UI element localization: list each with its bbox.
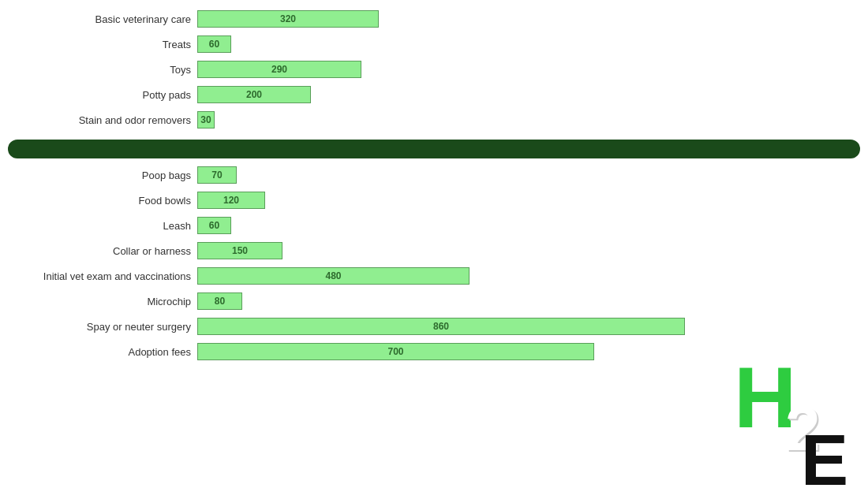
bar-wrapper: 320 bbox=[197, 10, 868, 28]
bar-wrapper: 60 bbox=[197, 35, 868, 53]
bar-row: Microchip80 bbox=[0, 290, 868, 312]
bar-wrapper: 150 bbox=[197, 242, 868, 259]
bar: 70 bbox=[197, 166, 237, 184]
bar-label: Potty pads bbox=[0, 89, 197, 101]
bar: 290 bbox=[197, 61, 361, 78]
bar-row: Stain and odor removers30 bbox=[0, 109, 868, 131]
bar-label: Leash bbox=[0, 220, 197, 232]
bar: 860 bbox=[197, 318, 685, 335]
bar-wrapper: 70 bbox=[197, 166, 868, 184]
bar-row: Potty pads200 bbox=[0, 84, 868, 106]
banner-title bbox=[8, 140, 860, 158]
bar-label: Basic veterinary care bbox=[0, 13, 197, 25]
bar-label: Microchip bbox=[0, 296, 197, 307]
bar: 60 bbox=[197, 217, 231, 234]
bar: 30 bbox=[197, 111, 215, 129]
bar-wrapper: 200 bbox=[197, 86, 868, 103]
bar-row: Initial vet exam and vaccinations480 bbox=[0, 265, 868, 287]
bar-wrapper: 80 bbox=[197, 292, 868, 310]
bar: 60 bbox=[197, 35, 231, 53]
bar-label: Spay or neuter surgery bbox=[0, 321, 197, 333]
bar-wrapper: 30 bbox=[197, 111, 868, 129]
bar-row: Food bowls120 bbox=[0, 189, 868, 211]
bar-label: Poop bags bbox=[0, 169, 197, 181]
bar-wrapper: 480 bbox=[197, 267, 868, 285]
bar-label: Toys bbox=[0, 64, 197, 76]
bar-wrapper: 290 bbox=[197, 61, 868, 78]
bar-label: Treats bbox=[0, 39, 197, 50]
bar-wrapper: 860 bbox=[197, 318, 868, 335]
bar: 480 bbox=[197, 267, 470, 285]
bar-row: Toys290 bbox=[0, 58, 868, 80]
bar-label: Adoption fees bbox=[0, 346, 197, 358]
bar-row: Leash60 bbox=[0, 214, 868, 237]
bar-wrapper: 120 bbox=[197, 192, 868, 209]
bar: 700 bbox=[197, 343, 594, 360]
top-section: Basic veterinary care320Treats60Toys290P… bbox=[0, 0, 868, 138]
bar-wrapper: 60 bbox=[197, 217, 868, 234]
bar-label: Stain and odor removers bbox=[0, 114, 197, 126]
bar: 120 bbox=[197, 192, 265, 209]
bar: 80 bbox=[197, 292, 242, 310]
bar-row: Basic veterinary care320 bbox=[0, 8, 868, 30]
bar-label: Food bowls bbox=[0, 195, 197, 207]
bar: 150 bbox=[197, 242, 282, 259]
bar: 200 bbox=[197, 86, 311, 103]
bar-row: Treats60 bbox=[0, 33, 868, 55]
logo-e: E bbox=[801, 425, 848, 488]
logo: H 2 E bbox=[734, 354, 860, 480]
bar-label: Collar or harness bbox=[0, 245, 197, 257]
bar: 320 bbox=[197, 10, 379, 28]
bar-row: Spay or neuter surgery860 bbox=[0, 315, 868, 337]
bar-row: Poop bags70 bbox=[0, 164, 868, 186]
bar-label: Initial vet exam and vaccinations bbox=[0, 270, 197, 282]
bar-row: Collar or harness150 bbox=[0, 240, 868, 262]
